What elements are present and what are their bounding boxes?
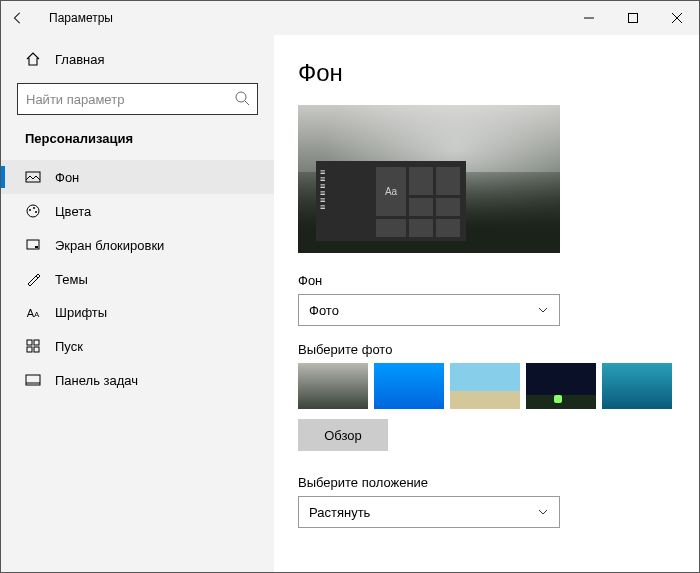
- nav-colors[interactable]: Цвета: [1, 194, 274, 228]
- thumb-3[interactable]: [450, 363, 520, 409]
- preview-menu-icon: ≡≡≡≡≡≡: [320, 169, 326, 211]
- svg-rect-14: [34, 340, 39, 345]
- fit-label: Выберите положение: [298, 475, 679, 490]
- svg-rect-16: [34, 347, 39, 352]
- start-icon: [25, 338, 41, 354]
- search-icon: [234, 90, 250, 106]
- section-title: Персонализация: [1, 129, 274, 160]
- titlebar: Параметры: [1, 1, 699, 35]
- svg-point-9: [33, 207, 35, 209]
- home-link[interactable]: Главная: [1, 45, 274, 73]
- nav-label: Пуск: [55, 339, 83, 354]
- preview-sample-text: Aa: [376, 167, 406, 216]
- thumb-2[interactable]: [374, 363, 444, 409]
- nav-themes[interactable]: Темы: [1, 262, 274, 296]
- lockscreen-icon: [25, 237, 41, 253]
- back-button[interactable]: [1, 11, 35, 25]
- choose-photo-label: Выберите фото: [298, 342, 679, 357]
- fit-value: Растянуть: [309, 505, 370, 520]
- thumb-5[interactable]: [602, 363, 672, 409]
- nav-label: Темы: [55, 272, 88, 287]
- background-label: Фон: [298, 273, 679, 288]
- svg-rect-1: [629, 14, 638, 23]
- svg-point-4: [236, 92, 246, 102]
- taskbar-icon: [25, 372, 41, 388]
- chevron-down-icon: [537, 506, 549, 518]
- nav-start[interactable]: Пуск: [1, 329, 274, 363]
- photo-thumbnails: [298, 363, 679, 409]
- home-icon: [25, 51, 41, 67]
- svg-rect-6: [26, 172, 40, 182]
- page-title: Фон: [298, 59, 679, 87]
- nav-fonts[interactable]: AA Шрифты: [1, 296, 274, 329]
- browse-button[interactable]: Обзор: [298, 419, 388, 451]
- background-type-value: Фото: [309, 303, 339, 318]
- svg-point-10: [35, 211, 37, 213]
- svg-line-5: [245, 101, 249, 105]
- nav-label: Панель задач: [55, 373, 138, 388]
- svg-point-8: [29, 209, 31, 211]
- nav-label: Шрифты: [55, 305, 107, 320]
- svg-rect-12: [35, 246, 38, 248]
- themes-icon: [25, 271, 41, 287]
- close-button[interactable]: [655, 1, 699, 35]
- background-type-dropdown[interactable]: Фото: [298, 294, 560, 326]
- picture-icon: [25, 169, 41, 185]
- nav-background[interactable]: Фон: [1, 160, 274, 194]
- window-title: Параметры: [49, 11, 567, 25]
- chevron-down-icon: [537, 304, 549, 316]
- nav-lockscreen[interactable]: Экран блокировки: [1, 228, 274, 262]
- maximize-button[interactable]: [611, 1, 655, 35]
- desktop-preview: ≡≡≡≡≡≡ Aa: [298, 105, 560, 253]
- search-input[interactable]: [17, 83, 258, 115]
- nav-label: Цвета: [55, 204, 91, 219]
- fonts-icon: AA: [25, 307, 41, 319]
- nav-label: Экран блокировки: [55, 238, 164, 253]
- fit-dropdown[interactable]: Растянуть: [298, 496, 560, 528]
- nav-label: Фон: [55, 170, 79, 185]
- thumb-1[interactable]: [298, 363, 368, 409]
- thumb-4[interactable]: [526, 363, 596, 409]
- sidebar: Главная Персонализация Фон Цвета Экран: [1, 35, 274, 572]
- svg-rect-13: [27, 340, 32, 345]
- svg-rect-15: [27, 347, 32, 352]
- minimize-button[interactable]: [567, 1, 611, 35]
- nav-taskbar[interactable]: Панель задач: [1, 363, 274, 397]
- palette-icon: [25, 203, 41, 219]
- main-panel: Фон ≡≡≡≡≡≡ Aa Фон Фото Выберите фото: [274, 35, 699, 572]
- svg-point-7: [27, 205, 39, 217]
- home-label: Главная: [55, 52, 104, 67]
